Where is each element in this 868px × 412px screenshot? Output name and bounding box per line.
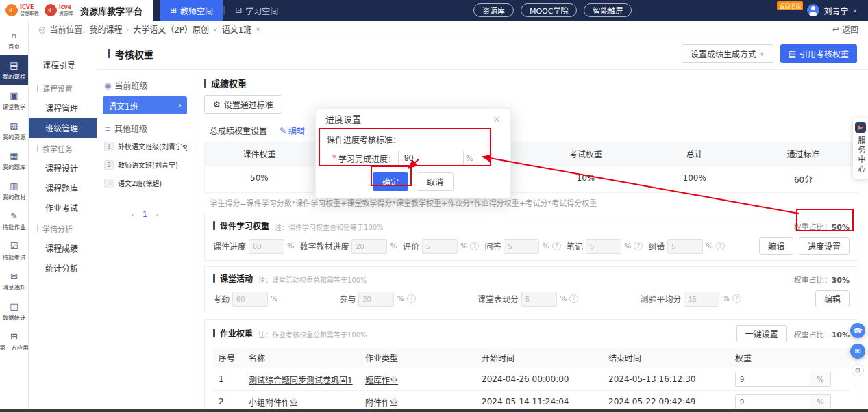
content-header: 考核权重 设置成绩生成方式∨ ▤引用考核权重 — [97, 38, 868, 70]
learning-space-tab[interactable]: ⊡ 学习空间 — [225, 0, 288, 21]
settings-float-button[interactable]: ⚙ — [852, 364, 864, 376]
sidebar-item-my-textbooks[interactable]: ▥我的教材 — [0, 175, 28, 205]
info-icon: ? — [634, 242, 643, 250]
set-pass-standard-button[interactable]: ⚙设置通过标准 — [204, 95, 282, 114]
total-weight-edit-link[interactable]: ✎编辑 — [280, 125, 305, 136]
sidebar-item-data-stats[interactable]: ◫数据统计 — [0, 296, 28, 326]
menu-item-course-design[interactable]: 课程设计 — [29, 158, 97, 178]
grade-generation-mode-button[interactable]: 设置成绩生成方式∨ — [682, 44, 773, 63]
score-formula-note: ·学生得分=课件学习分数*课件学习权重+课堂教学得分*课堂教学权重+作业分*作业… — [204, 197, 858, 208]
teacher-space-tab[interactable]: ⊞ 教师空间 — [160, 0, 223, 21]
notes-input — [586, 239, 621, 254]
grade-col-header: 课件权重 — [205, 142, 314, 166]
info-icon: ? — [470, 242, 479, 250]
menu-item-homework-exam[interactable]: 作业考试 — [29, 198, 97, 218]
learning-progress-input[interactable] — [398, 151, 464, 166]
teacher-space-icon: ⊞ — [170, 5, 177, 15]
learning-progress-label: 学习完成进度： — [338, 153, 396, 164]
smart-screen-link[interactable]: 智能触屏 — [584, 3, 632, 17]
floating-buttons: ☎ ✉ ⚙ — [850, 323, 865, 376]
quote-assessment-weight-button[interactable]: ▤引用考核权重 — [780, 44, 857, 63]
homework-weight-title: 作业权重 — [213, 327, 253, 339]
homework-weight-input[interactable] — [735, 372, 810, 387]
avatar[interactable] — [807, 4, 819, 16]
classroom-activity-section: 课堂活动 注：课堂活动权重总和需等于100% 权重占比：30% 考勤% 参与%?… — [204, 266, 858, 313]
service-tab-label: 服务中心 — [855, 136, 866, 175]
classroom-activity-note: 注：课堂活动权重总和需等于100% — [258, 274, 367, 285]
class-performance-input — [521, 292, 557, 307]
breadcrumb-course[interactable]: 大学语文（2P）原创 — [133, 23, 209, 35]
cancel-button[interactable]: 取消 — [417, 172, 454, 191]
homework-table: 序号 名称 作业类型 开始时间 结束时间 权重 1 测试综合题同 — [213, 348, 850, 409]
course-dropdown-icon[interactable]: ∨ — [213, 26, 218, 33]
sidebar-item-messages[interactable]: ✉消息通知 — [0, 266, 28, 296]
grade-col-value: 100% — [640, 166, 749, 192]
back-button[interactable]: ↩ 返回 — [832, 23, 858, 35]
class-dropdown-icon[interactable]: ∨ — [256, 26, 260, 33]
user-badge[interactable]: 返回旧版 — [777, 1, 803, 10]
menu-item-course-question-bank[interactable]: 课程题库 — [29, 178, 97, 198]
grade-col-value: 10% — [531, 166, 640, 192]
user-name[interactable]: 刘青宁 — [823, 5, 848, 16]
sidebar-item-pending-homework[interactable]: ✎待批作业 — [0, 205, 28, 235]
back-icon: ↩ — [832, 25, 839, 34]
menu-item-course-grades[interactable]: 课程成绩 — [29, 238, 97, 258]
gear-icon: ⚙ — [854, 366, 861, 375]
mooc-academy-link[interactable]: MOOC学院 — [521, 3, 578, 17]
section-bar — [37, 225, 38, 232]
classroom-edit-button[interactable]: 编辑 — [815, 290, 850, 307]
info-icon: ? — [569, 294, 578, 303]
support-float-button[interactable]: ☎ — [850, 323, 865, 338]
homework-name-link[interactable]: 测试综合题同步测试卷巩固1 — [243, 368, 360, 391]
sidebar-item-my-courses[interactable]: ▤我的课程 — [0, 55, 28, 85]
menu-item-stat-analysis[interactable]: 统计分析 — [29, 258, 97, 278]
confirm-button[interactable]: 确定 — [373, 172, 408, 191]
service-side-tab[interactable]: ▶ 服务中心 — [853, 118, 868, 179]
close-icon[interactable]: × — [493, 114, 501, 125]
grade-weight-title: 成绩权重 — [204, 77, 858, 90]
user-area: 返回旧版 刘青宁 ∨ — [777, 4, 868, 16]
pager-current-page[interactable]: 1 — [142, 210, 147, 219]
chevron-down-icon: ∨ — [760, 51, 765, 57]
sidebar-item-pending-exams[interactable]: ☑待批考试 — [0, 235, 28, 266]
sidebar-item-my-resources[interactable]: ▧我的资源 — [0, 115, 28, 145]
homework-weight-input[interactable] — [735, 394, 810, 409]
header-actions: 设置成绩生成方式∨ ▤引用考核权重 — [682, 44, 857, 63]
qa-input — [504, 239, 539, 254]
icon-sidebar: ⌂首页 ▤我的课程 ▣课堂教学 ▧我的资源 ▦我的题库 ▥我的教材 ✎待批作业 … — [0, 21, 29, 409]
sidebar-item-my-question-bank[interactable]: ▦我的题库 — [0, 145, 28, 175]
class-performance-field: 课堂表现分%? — [478, 292, 578, 307]
breadcrumb-class[interactable]: 语文1班 — [222, 23, 252, 35]
courseware-edit-button[interactable]: 编辑 — [759, 237, 793, 255]
back-label: 返回 — [842, 23, 858, 35]
logo1-bottom-text: 智慧职教 — [20, 11, 39, 16]
resource-library-link[interactable]: 资源库 — [473, 3, 514, 17]
homework-ratio: 权重占比：10% — [794, 329, 850, 339]
menu-item-course-manage[interactable]: 课程管理 — [29, 98, 97, 118]
user-caret-icon[interactable]: ∨ — [852, 7, 857, 14]
class-list-item[interactable]: 1外校语文班级(刘青宁sy) — [103, 137, 187, 155]
menu-item-class-manage[interactable]: 班级管理 — [29, 118, 97, 138]
menu-sidebar: 课程引导 课程设置 课程管理 班级管理 教学任务 课程设计 课程题库 作业考试 … — [29, 38, 97, 409]
class-list-item[interactable]: 3语文2班(徐超) — [103, 174, 187, 192]
breadcrumb-root[interactable]: 我的课程 — [90, 23, 123, 35]
class-list-item[interactable]: 2教师语文班(刘青宁) — [103, 155, 187, 174]
modal-title: 进度设置 — [325, 112, 361, 125]
top-links: 资源库 MOOC学院 智能触屏 — [473, 3, 632, 17]
edit-icon: ✎ — [280, 126, 286, 136]
pager-prev-icon[interactable]: ‹ — [132, 210, 134, 219]
menu-section-teaching-tasks: 教学任务 — [29, 138, 97, 158]
menu-item-course-guide[interactable]: 课程引导 — [29, 55, 97, 77]
sidebar-item-classroom-teaching[interactable]: ▣课堂教学 — [0, 85, 28, 115]
current-class-item[interactable]: 语文1班› — [103, 96, 187, 114]
sidebar-item-third-party-apps[interactable]: ⊞第三方应用 — [0, 326, 28, 356]
sidebar-item-home[interactable]: ⌂首页 — [0, 25, 28, 55]
participation-field: 参与%? — [339, 292, 415, 307]
pager-next-icon[interactable]: › — [156, 210, 158, 219]
homework-name-link[interactable]: 小组附件作业 — [243, 391, 360, 409]
progress-settings-button[interactable]: 进度设置 — [799, 237, 850, 255]
quiz-average-field: 测验平均分%? — [640, 292, 741, 307]
one-click-setup-button[interactable]: 一键设置 — [736, 325, 787, 342]
main-content: 考核权重 设置成绩生成方式∨ ▤引用考核权重 ◉当前班级 语文1班› ≡其他班级… — [97, 38, 868, 409]
feedback-float-button[interactable]: ✉ — [850, 344, 865, 359]
